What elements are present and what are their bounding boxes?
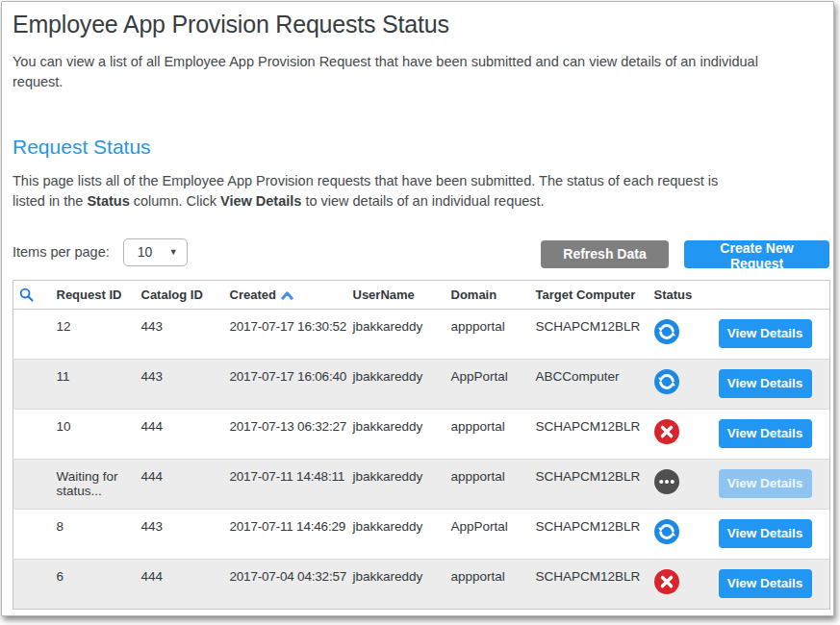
- view-details-button[interactable]: View Details: [719, 369, 812, 398]
- search-column-cell: [13, 309, 52, 359]
- section-description: This page lists all of the Employee App …: [13, 171, 829, 212]
- search-column-cell: [13, 359, 52, 409]
- sync-icon: [654, 519, 679, 544]
- view-details-button[interactable]: View Details: [719, 569, 812, 598]
- sort-ascending-icon: [281, 291, 293, 300]
- cell-action: View Details: [714, 559, 830, 609]
- cell-catalog-id: 444: [137, 459, 225, 509]
- page-title: Employee App Provision Requests Status: [13, 11, 829, 38]
- view-details-button[interactable]: View Details: [719, 419, 812, 448]
- search-column-cell: [13, 509, 52, 559]
- header-catalog-id[interactable]: Catalog ID: [137, 280, 225, 309]
- error-icon: [654, 419, 679, 444]
- header-username[interactable]: UserName: [348, 280, 446, 309]
- section-title: Request Status: [13, 136, 829, 159]
- requests-table: Request ID Catalog ID Created UserName D…: [13, 280, 830, 610]
- cell-created: 2017-07-17 16:30:52: [225, 309, 348, 359]
- search-column-cell: [13, 409, 52, 459]
- table-row: 12 443 2017-07-17 16:30:52 jbakkareddy a…: [13, 309, 830, 359]
- cell-created: 2017-07-13 06:32:27: [225, 409, 348, 459]
- items-per-page-control: Items per page: 10 ▼: [13, 238, 188, 266]
- page-intro: You can view a list of all Employee App …: [13, 52, 829, 93]
- header-created-label: Created: [230, 288, 276, 302]
- sync-icon: [654, 319, 679, 344]
- table-body: 12 443 2017-07-17 16:30:52 jbakkareddy a…: [13, 309, 830, 609]
- cell-status: [649, 309, 714, 359]
- cell-target-computer: SCHAPCM12BLR: [531, 509, 649, 559]
- cell-target-computer: ABCComputer: [531, 359, 649, 409]
- cell-action: View Details: [714, 509, 830, 559]
- view-details-button[interactable]: View Details: [719, 319, 812, 348]
- cell-request-id: Waiting for status...: [52, 459, 137, 509]
- header-search[interactable]: [13, 280, 52, 309]
- cell-status: [649, 459, 714, 509]
- cell-username: jbakkareddy: [348, 409, 446, 459]
- search-column-cell: [13, 459, 52, 509]
- view-details-button[interactable]: View Details: [719, 469, 812, 498]
- cell-request-id: 11: [52, 359, 137, 409]
- search-column-cell: [13, 559, 52, 609]
- cell-domain: AppPortal: [446, 509, 531, 559]
- cell-action: View Details: [714, 409, 830, 459]
- header-status[interactable]: Status: [649, 280, 714, 309]
- table-row: Waiting for status... 444 2017-07-11 14:…: [13, 459, 830, 509]
- sync-icon: [654, 369, 679, 394]
- cell-target-computer: SCHAPCM12BLR: [531, 309, 649, 359]
- cell-username: jbakkareddy: [348, 559, 446, 609]
- cell-username: jbakkareddy: [348, 309, 446, 359]
- desc-bold-status: Status: [87, 193, 129, 209]
- header-request-id[interactable]: Request ID: [52, 280, 137, 309]
- cell-catalog-id: 443: [137, 509, 225, 559]
- table-header-row: Request ID Catalog ID Created UserName D…: [13, 280, 830, 309]
- desc-line-2-start: listed in the: [13, 193, 87, 209]
- create-new-request-button[interactable]: Create New Request: [684, 240, 829, 268]
- table-row: 8 443 2017-07-11 14:46:29 jbakkareddy Ap…: [13, 509, 830, 559]
- desc-line-2-mid: column. Click: [130, 193, 220, 209]
- table-row: 6 444 2017-07-04 04:32:57 jbakkareddy ap…: [13, 559, 830, 609]
- desc-line-1: This page lists all of the Employee App …: [13, 173, 718, 188]
- cell-request-id: 10: [52, 409, 137, 459]
- cell-username: jbakkareddy: [348, 459, 446, 509]
- cell-status: [649, 409, 714, 459]
- cell-status: [649, 559, 714, 609]
- cell-request-id: 6: [52, 559, 137, 609]
- error-icon: [654, 569, 679, 594]
- desc-line-2-end: to view details of an individual request…: [301, 193, 544, 209]
- cell-domain: AppPortal: [446, 359, 531, 409]
- cell-domain: appportal: [446, 459, 531, 509]
- cell-catalog-id: 444: [137, 559, 225, 609]
- cell-action: View Details: [714, 459, 830, 509]
- cell-created: 2017-07-11 14:46:29: [225, 509, 348, 559]
- cell-catalog-id: 443: [137, 359, 225, 409]
- cell-target-computer: SCHAPCM12BLR: [531, 409, 649, 459]
- intro-line-1: You can view a list of all Employee App …: [13, 54, 758, 69]
- table-row: 10 444 2017-07-13 06:32:27 jbakkareddy a…: [13, 409, 830, 459]
- search-icon: [18, 287, 35, 303]
- table-row: 11 443 2017-07-17 16:06:40 jbakkareddy A…: [13, 359, 830, 409]
- items-per-page-value: 10: [138, 244, 169, 260]
- desc-bold-view-details: View Details: [220, 193, 301, 209]
- cell-created: 2017-07-11 14:48:11: [225, 459, 348, 509]
- chevron-down-icon: ▼: [169, 247, 178, 257]
- cell-request-id: 8: [52, 509, 137, 559]
- header-domain[interactable]: Domain: [446, 280, 531, 309]
- cell-domain: appportal: [446, 409, 531, 459]
- ellipsis-icon: [654, 469, 679, 494]
- header-created[interactable]: Created: [225, 280, 348, 309]
- cell-domain: appportal: [446, 559, 531, 609]
- page-container: Employee App Provision Requests Status Y…: [1, 1, 834, 616]
- cell-target-computer: SCHAPCM12BLR: [531, 459, 649, 509]
- controls-row: Items per page: 10 ▼ Refresh Data Create…: [13, 238, 829, 268]
- cell-action: View Details: [714, 309, 830, 359]
- cell-status: [649, 359, 714, 409]
- cell-action: View Details: [714, 359, 830, 409]
- cell-request-id: 12: [52, 309, 137, 359]
- items-per-page-select[interactable]: 10 ▼: [123, 238, 188, 266]
- header-target-computer[interactable]: Target Computer: [531, 280, 649, 309]
- cell-status: [649, 509, 714, 559]
- refresh-data-button[interactable]: Refresh Data: [541, 240, 669, 268]
- cell-username: jbakkareddy: [348, 359, 446, 409]
- cell-created: 2017-07-17 16:06:40: [225, 359, 348, 409]
- cell-created: 2017-07-04 04:32:57: [225, 559, 348, 609]
- view-details-button[interactable]: View Details: [719, 519, 812, 548]
